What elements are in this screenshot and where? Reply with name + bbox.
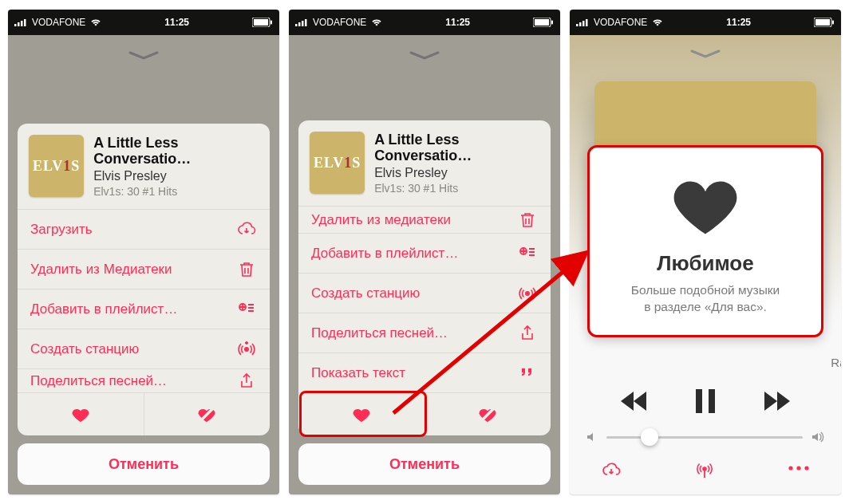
heart-icon	[670, 175, 740, 237]
heart-icon	[69, 404, 92, 426]
download-cloud-icon	[236, 219, 257, 240]
screen-1-action-sheet: VODAFONE 11:25 ELV1S A Little Less Conve…	[8, 10, 279, 494]
dislike-button[interactable]	[144, 393, 270, 435]
favorite-confirmation: Любимое Больше подобной музыкив разделе …	[587, 145, 823, 337]
svg-rect-23	[586, 19, 588, 26]
volume-slider[interactable]	[586, 431, 825, 443]
carrier-label: VODAFONE	[32, 17, 85, 28]
svg-rect-20	[576, 24, 579, 26]
status-bar: VODAFONE 11:25	[289, 10, 560, 35]
svg-rect-25	[815, 19, 830, 26]
svg-point-8	[245, 347, 248, 350]
rac-hint: Rac	[831, 356, 841, 369]
share-icon	[517, 323, 538, 344]
battery-icon	[252, 18, 273, 27]
svg-rect-3	[24, 19, 26, 26]
cancel-button[interactable]: Отменить	[18, 443, 270, 485]
svg-rect-2	[21, 21, 23, 26]
carrier-label: VODAFONE	[594, 17, 647, 28]
menu-delete-library[interactable]: Удалить из Медиатеки	[18, 249, 270, 289]
volume-low-icon	[586, 431, 598, 443]
grabber-icon[interactable]	[690, 49, 721, 59]
cancel-button[interactable]: Отменить	[298, 443, 551, 485]
dislike-button[interactable]	[424, 393, 551, 435]
status-bar: VODAFONE 11:25	[570, 10, 841, 35]
battery-icon	[533, 18, 554, 27]
airplay-button[interactable]	[694, 461, 715, 483]
album-art: ELV1S	[29, 135, 84, 197]
signal-icon	[14, 18, 27, 26]
time-label: 11:25	[164, 17, 189, 28]
svg-point-31	[796, 466, 800, 470]
share-icon	[236, 371, 257, 392]
signal-icon	[576, 18, 589, 26]
status-bar: VODAFONE 11:25	[8, 10, 279, 35]
add-playlist-icon	[517, 243, 538, 264]
svg-rect-11	[298, 22, 301, 26]
favorite-title: Любимое	[604, 251, 807, 276]
svg-point-32	[804, 466, 808, 470]
time-label: 11:25	[726, 17, 751, 28]
svg-rect-22	[582, 21, 585, 26]
svg-point-30	[788, 466, 792, 470]
heart-icon	[350, 404, 373, 426]
rewind-button[interactable]	[619, 390, 651, 415]
menu-delete-library[interactable]: Удалить из медиатеки	[298, 206, 551, 233]
station-icon	[517, 283, 538, 304]
song-title: A Little Less Conversatio…	[374, 132, 539, 164]
love-button[interactable]	[18, 393, 144, 435]
screen-2-action-sheet-scrolled: VODAFONE 11:25 ELV1S A Little Less Conve…	[289, 10, 560, 494]
svg-rect-15	[535, 19, 549, 26]
trash-icon	[236, 259, 257, 280]
song-artist: Elvis Presley	[374, 166, 539, 180]
action-sheet: ELV1S A Little Less Conversatio… Elvis P…	[18, 124, 270, 485]
menu-add-playlist[interactable]: Добавить в плейлист…	[298, 233, 551, 273]
action-sheet: ELV1S A Little Less Conversatio… Elvis P…	[298, 120, 551, 485]
svg-rect-10	[295, 24, 298, 26]
add-playlist-icon	[236, 299, 257, 320]
svg-rect-16	[551, 21, 553, 25]
svg-rect-0	[14, 24, 17, 26]
pause-button[interactable]	[694, 389, 717, 416]
song-header: ELV1S A Little Less Conversatio… Elvis P…	[298, 120, 551, 206]
menu-create-station[interactable]: Создать станцию	[18, 329, 270, 368]
menu-create-station[interactable]: Создать станцию	[298, 273, 551, 313]
menu-share-song[interactable]: Поделиться песней…	[298, 313, 551, 352]
menu-download[interactable]: Загрузить	[18, 209, 270, 249]
svg-rect-1	[18, 22, 20, 26]
svg-point-29	[703, 467, 706, 471]
svg-rect-13	[305, 19, 307, 26]
download-button[interactable]	[600, 461, 622, 483]
signal-icon	[295, 18, 308, 26]
volume-thumb[interactable]	[641, 428, 658, 446]
screen-3-now-playing: VODAFONE 11:25 Любимое Больше подобной м…	[570, 10, 841, 494]
wifi-icon	[652, 18, 663, 26]
album-art: ELV1S	[310, 132, 365, 194]
favorite-desc: Больше подобной музыкив разделе «Для вас…	[604, 282, 807, 316]
heart-slash-icon	[195, 404, 218, 426]
station-icon	[236, 339, 257, 360]
love-button[interactable]	[298, 393, 424, 435]
forward-button[interactable]	[760, 390, 792, 415]
menu-show-lyrics[interactable]: Показать текст	[298, 352, 551, 392]
battery-icon	[814, 18, 835, 27]
song-album: Elv1s: 30 #1 Hits	[374, 182, 539, 195]
svg-point-18	[526, 291, 529, 294]
svg-rect-5	[254, 19, 268, 26]
volume-high-icon	[811, 431, 825, 443]
song-header: ELV1S A Little Less Conversatio… Elvis P…	[18, 124, 270, 209]
wifi-icon	[90, 18, 101, 26]
svg-rect-28	[709, 389, 715, 413]
heart-slash-icon	[476, 404, 499, 426]
carrier-label: VODAFONE	[313, 17, 366, 28]
svg-rect-12	[302, 21, 304, 26]
menu-add-playlist[interactable]: Добавить в плейлист…	[18, 289, 270, 329]
trash-icon	[517, 210, 538, 230]
svg-rect-26	[832, 21, 834, 25]
menu-share-partial[interactable]: Поделиться песней…	[18, 368, 270, 392]
svg-rect-27	[696, 389, 702, 413]
song-artist: Elvis Presley	[93, 169, 259, 183]
svg-rect-21	[579, 22, 582, 26]
more-button[interactable]	[787, 461, 811, 483]
song-album: Elv1s: 30 #1 Hits	[93, 185, 259, 198]
